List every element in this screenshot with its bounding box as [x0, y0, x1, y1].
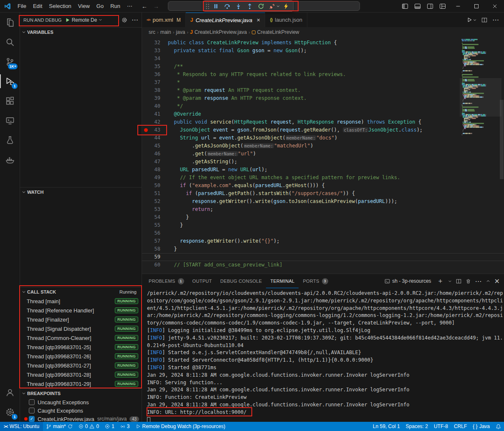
breakpoint-row[interactable]: Caught Exceptions: [20, 406, 142, 415]
code-line-58[interactable]: 58 }: [142, 245, 504, 253]
breakpoint-dot-icon[interactable]: [142, 126, 149, 134]
gutter-glyph-margin[interactable]: [142, 229, 149, 237]
breadcrumb-file[interactable]: CreateLinkPreview.java: [195, 29, 247, 35]
gutter-glyph-margin[interactable]: [142, 134, 149, 142]
gutter-glyph-margin[interactable]: [142, 39, 149, 47]
step-out-icon[interactable]: [244, 1, 255, 11]
callstack-thread[interactable]: Thread [qtp399683701-29]RUNNING: [20, 379, 142, 388]
breakpoint-checkbox[interactable]: [29, 399, 35, 405]
code-line-41[interactable]: 41 @Override: [142, 110, 504, 118]
code-line-35[interactable]: 35 /**: [142, 63, 504, 71]
callstack-thread[interactable]: Thread [Signal Dispatcher]RUNNING: [20, 324, 142, 333]
code-line-32[interactable]: 32public class CreateLinkPreview impleme…: [142, 39, 504, 47]
callstack-thread[interactable]: Thread [Finalizer]RUNNING: [20, 315, 142, 324]
menu-go[interactable]: Go: [93, 0, 107, 12]
code-line-47[interactable]: 47 .getAsString();: [142, 158, 504, 166]
panel-more-actions-icon[interactable]: ⋯: [475, 277, 482, 285]
gutter-glyph-margin[interactable]: [142, 261, 149, 269]
kill-terminal-icon[interactable]: [466, 279, 471, 284]
gutter-glyph-margin[interactable]: [142, 166, 149, 174]
task-indicator[interactable]: Remote Debug Watch (3p-resources): [133, 422, 228, 431]
code-line-40[interactable]: 40 */: [142, 102, 504, 110]
debug-settings-gear-icon[interactable]: [122, 17, 127, 23]
code-line-48[interactable]: 48 URL parsedURL = new URL(url);: [142, 166, 504, 174]
gutter-glyph-margin[interactable]: [142, 245, 149, 253]
gutter-glyph-margin[interactable]: [142, 190, 149, 198]
gutter-glyph-margin[interactable]: [142, 182, 149, 190]
breakpoint-row[interactable]: ✓CreateLinkPreview.javasrc/main/java43: [20, 415, 142, 422]
menu-view[interactable]: View: [75, 0, 93, 12]
watch-section-header[interactable]: WATCH: [20, 188, 142, 197]
split-terminal-icon[interactable]: [456, 279, 461, 284]
gutter-glyph-margin[interactable]: [142, 102, 149, 110]
breadcrumb-symbol[interactable]: CreateLinkPreview: [257, 29, 299, 35]
debug-config-dropdown[interactable]: Remote De: [65, 17, 103, 23]
remote-explorer-icon[interactable]: [0, 111, 20, 130]
tab-launch-json[interactable]: {} launch.json: [265, 13, 307, 27]
code-line-49[interactable]: 49 // If the event object URL matches a …: [142, 174, 504, 182]
callstack-thread[interactable]: Thread [qtp399683701-26]RUNNING: [20, 352, 142, 361]
code-line-53[interactable]: 53 return;: [142, 205, 504, 213]
eol[interactable]: CRLF: [451, 422, 470, 431]
panel-tab-output[interactable]: OUTPUT: [188, 274, 216, 288]
code-line-60[interactable]: 60 // [START add_ons_case_preview_link]: [142, 261, 504, 269]
code-line-36[interactable]: 36 * Responds to any HTTP request relate…: [142, 71, 504, 79]
toggle-secondary-sidebar-icon[interactable]: [424, 0, 436, 12]
run-and-debug-icon[interactable]: 1: [0, 71, 20, 91]
code-line-52[interactable]: 52 response.getWriter().write(gson.toJso…: [142, 198, 504, 205]
breadcrumb-main[interactable]: main: [160, 29, 171, 35]
close-panel-icon[interactable]: ✕: [494, 277, 500, 285]
gutter-glyph-margin[interactable]: [142, 198, 149, 205]
code-line-59[interactable]: 59: [142, 253, 504, 261]
gutter-glyph-margin[interactable]: [142, 237, 149, 245]
testing-icon[interactable]: [0, 130, 20, 150]
panel-tab-ports[interactable]: PORTS3: [299, 274, 332, 288]
code-line-38[interactable]: 38 * @param request An HTTP request cont…: [142, 86, 504, 94]
panel-tab-problems[interactable]: PROBLEMS1: [144, 274, 188, 288]
gutter-glyph-margin[interactable]: [142, 55, 149, 63]
gutter-glyph-margin[interactable]: [142, 253, 149, 261]
indentation[interactable]: Spaces: 2: [403, 422, 431, 431]
branch-indicator[interactable]: main*: [43, 422, 76, 431]
code-line-50[interactable]: 50 if ("example.com".equals(parsedURL.ge…: [142, 182, 504, 190]
explorer-icon[interactable]: [0, 13, 20, 32]
gutter-glyph-margin[interactable]: [142, 79, 149, 86]
menu-overflow[interactable]: ⋯: [124, 0, 136, 12]
breakpoints-section-header[interactable]: BREAKPOINTS: [20, 389, 142, 398]
source-control-icon[interactable]: 1K+: [0, 52, 20, 71]
code-line-54[interactable]: 54 }: [142, 213, 504, 221]
call-stack-section-header[interactable]: CALL STACK Running: [20, 287, 142, 297]
code-line-46[interactable]: 46 .get(memberName:"url"): [142, 150, 504, 158]
callstack-thread[interactable]: Thread [qtp399683701-27]RUNNING: [20, 361, 142, 370]
close-tab-icon[interactable]: ✕: [256, 18, 260, 23]
maximize-panel-icon[interactable]: [486, 279, 490, 283]
breakpoint-row[interactable]: Uncaught Exceptions: [20, 398, 142, 406]
panel-tab-terminal[interactable]: TERMINAL: [266, 274, 299, 288]
split-editor-icon[interactable]: [481, 17, 487, 23]
chevron-down-icon[interactable]: [276, 5, 280, 8]
code-line-34[interactable]: 34: [142, 55, 504, 63]
gutter-glyph-margin[interactable]: [142, 86, 149, 94]
encoding[interactable]: UTF-8: [431, 422, 451, 431]
breakpoint-checkbox[interactable]: [29, 408, 35, 413]
menu-file[interactable]: File: [14, 0, 30, 12]
gutter-glyph-margin[interactable]: [142, 142, 149, 150]
gutter-glyph-margin[interactable]: [142, 221, 149, 229]
variables-section-header[interactable]: VARIABLES: [20, 28, 142, 37]
gutter-glyph-margin[interactable]: [142, 158, 149, 166]
minimize-icon[interactable]: [449, 0, 467, 12]
gutter-glyph-margin[interactable]: [142, 71, 149, 79]
callstack-thread[interactable]: Thread [qtp399683701-28]RUNNING: [20, 370, 142, 379]
ports-indicator[interactable]: 3: [117, 422, 133, 431]
terminal-instance[interactable]: sh - 3p-resources: [385, 278, 431, 284]
accounts-icon[interactable]: [0, 383, 20, 402]
code-editor[interactable]: 32public class CreateLinkPreview impleme…: [142, 37, 504, 274]
code-line-42[interactable]: 42 public void service(HttpRequest reque…: [142, 118, 504, 126]
callstack-thread[interactable]: Thread [Reference Handler]RUNNING: [20, 306, 142, 315]
menu-edit[interactable]: Edit: [30, 0, 46, 12]
navigate-forward-icon[interactable]: →: [153, 3, 159, 10]
language-mode[interactable]: { } Java: [470, 422, 493, 431]
extensions-icon[interactable]: [0, 91, 20, 111]
run-java-icon[interactable]: [467, 17, 476, 23]
breadcrumb-src[interactable]: src: [149, 29, 155, 35]
